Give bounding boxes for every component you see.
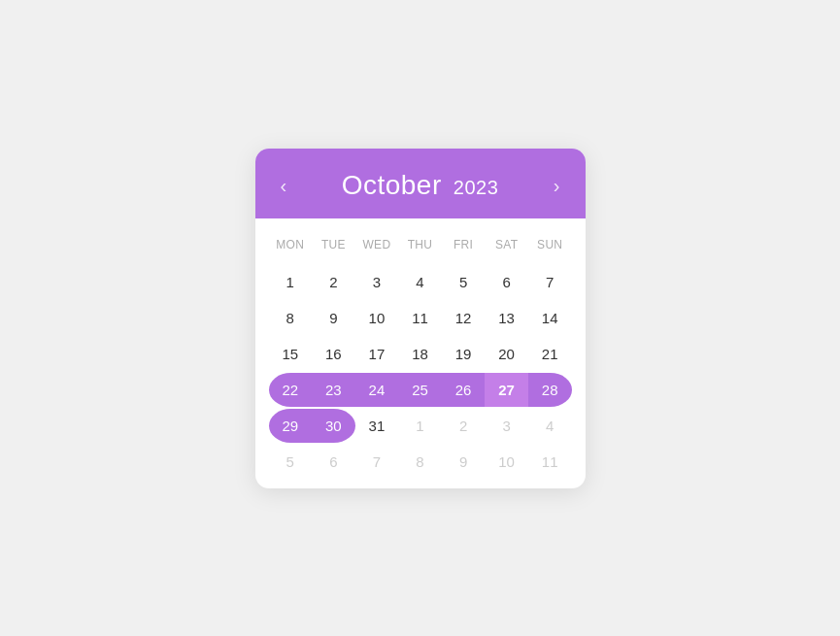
weekdays-row: MON TUE WED THU FRI SAT SUN — [269, 232, 572, 257]
day-17[interactable]: 17 — [355, 337, 399, 371]
day-4[interactable]: 4 — [398, 265, 442, 299]
day-31[interactable]: 31 — [355, 409, 399, 443]
day-12[interactable]: 12 — [442, 301, 486, 335]
day-27[interactable]: 27 — [485, 373, 528, 407]
day-8[interactable]: 8 — [269, 301, 313, 335]
day-14[interactable]: 14 — [528, 301, 572, 335]
day-28[interactable]: 28 — [528, 373, 572, 407]
day-next-7[interactable]: 7 — [355, 445, 399, 479]
year-label: 2023 — [448, 177, 499, 198]
next-month-button[interactable]: › — [546, 172, 568, 199]
weekday-thu: THU — [398, 232, 442, 257]
weekday-sat: SAT — [485, 232, 528, 257]
day-next-4[interactable]: 4 — [528, 409, 572, 443]
day-20[interactable]: 20 — [485, 337, 528, 371]
day-29[interactable]: 29 — [269, 409, 313, 443]
day-2[interactable]: 2 — [312, 265, 355, 299]
month-year-title: October 2023 — [294, 170, 546, 201]
calendar-body: MON TUE WED THU FRI SAT SUN 1 2 3 4 5 6 … — [255, 218, 586, 488]
weekday-mon: MON — [269, 232, 313, 257]
calendar-header: ‹ October 2023 › — [255, 149, 586, 218]
day-13[interactable]: 13 — [485, 301, 528, 335]
day-next-3[interactable]: 3 — [485, 409, 528, 443]
day-21[interactable]: 21 — [528, 337, 572, 371]
prev-month-button[interactable]: ‹ — [273, 172, 295, 199]
day-7[interactable]: 7 — [528, 265, 572, 299]
day-18[interactable]: 18 — [398, 337, 442, 371]
day-16[interactable]: 16 — [312, 337, 355, 371]
day-next-2[interactable]: 2 — [442, 409, 486, 443]
day-6[interactable]: 6 — [485, 265, 528, 299]
day-next-1[interactable]: 1 — [398, 409, 442, 443]
day-11[interactable]: 11 — [398, 301, 442, 335]
day-22[interactable]: 22 — [269, 373, 313, 407]
calendar: ‹ October 2023 › MON TUE WED THU FRI SAT… — [255, 149, 586, 488]
weekday-fri: FRI — [442, 232, 486, 257]
day-next-9[interactable]: 9 — [442, 445, 486, 479]
day-5[interactable]: 5 — [442, 265, 486, 299]
day-next-10[interactable]: 10 — [485, 445, 528, 479]
weekday-tue: TUE — [312, 232, 355, 257]
day-23[interactable]: 23 — [312, 373, 355, 407]
day-next-6[interactable]: 6 — [312, 445, 355, 479]
day-3[interactable]: 3 — [355, 265, 399, 299]
month-label: October — [342, 170, 442, 200]
days-grid: 1 2 3 4 5 6 7 8 9 10 11 12 13 14 15 16 1… — [269, 265, 572, 479]
day-10[interactable]: 10 — [355, 301, 399, 335]
day-next-11[interactable]: 11 — [528, 445, 572, 479]
day-next-5[interactable]: 5 — [269, 445, 313, 479]
weekday-wed: WED — [355, 232, 399, 257]
weekday-sun: SUN — [528, 232, 572, 257]
day-1[interactable]: 1 — [269, 265, 313, 299]
day-26[interactable]: 26 — [442, 373, 486, 407]
day-30[interactable]: 30 — [312, 409, 355, 443]
day-next-8[interactable]: 8 — [398, 445, 442, 479]
day-19[interactable]: 19 — [442, 337, 486, 371]
day-15[interactable]: 15 — [269, 337, 313, 371]
day-24[interactable]: 24 — [355, 373, 399, 407]
day-9[interactable]: 9 — [312, 301, 355, 335]
day-25[interactable]: 25 — [398, 373, 442, 407]
